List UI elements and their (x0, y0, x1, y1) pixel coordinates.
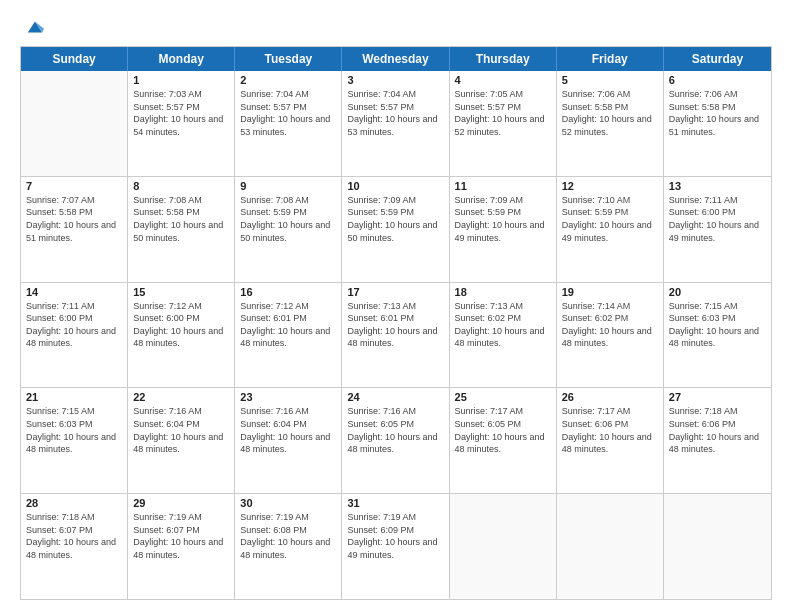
day-info: Sunrise: 7:17 AMSunset: 6:06 PMDaylight:… (562, 405, 658, 455)
page: SundayMondayTuesdayWednesdayThursdayFrid… (0, 0, 792, 612)
weekday-header: Thursday (450, 47, 557, 71)
calendar-cell (557, 494, 664, 599)
day-number: 7 (26, 180, 122, 192)
day-info: Sunrise: 7:11 AMSunset: 6:00 PMDaylight:… (26, 300, 122, 350)
calendar-week: 1Sunrise: 7:03 AMSunset: 5:57 PMDaylight… (21, 71, 771, 177)
calendar-cell: 9Sunrise: 7:08 AMSunset: 5:59 PMDaylight… (235, 177, 342, 282)
calendar-cell: 25Sunrise: 7:17 AMSunset: 6:05 PMDayligh… (450, 388, 557, 493)
calendar-cell: 31Sunrise: 7:19 AMSunset: 6:09 PMDayligh… (342, 494, 449, 599)
calendar-week: 14Sunrise: 7:11 AMSunset: 6:00 PMDayligh… (21, 283, 771, 389)
day-info: Sunrise: 7:11 AMSunset: 6:00 PMDaylight:… (669, 194, 766, 244)
weekday-header: Tuesday (235, 47, 342, 71)
day-info: Sunrise: 7:03 AMSunset: 5:57 PMDaylight:… (133, 88, 229, 138)
day-number: 28 (26, 497, 122, 509)
calendar-week: 28Sunrise: 7:18 AMSunset: 6:07 PMDayligh… (21, 494, 771, 599)
calendar-cell (21, 71, 128, 176)
day-info: Sunrise: 7:19 AMSunset: 6:08 PMDaylight:… (240, 511, 336, 561)
calendar-cell: 22Sunrise: 7:16 AMSunset: 6:04 PMDayligh… (128, 388, 235, 493)
day-info: Sunrise: 7:15 AMSunset: 6:03 PMDaylight:… (669, 300, 766, 350)
calendar-cell: 21Sunrise: 7:15 AMSunset: 6:03 PMDayligh… (21, 388, 128, 493)
day-info: Sunrise: 7:14 AMSunset: 6:02 PMDaylight:… (562, 300, 658, 350)
day-info: Sunrise: 7:07 AMSunset: 5:58 PMDaylight:… (26, 194, 122, 244)
day-number: 26 (562, 391, 658, 403)
calendar-cell: 24Sunrise: 7:16 AMSunset: 6:05 PMDayligh… (342, 388, 449, 493)
day-number: 1 (133, 74, 229, 86)
day-number: 4 (455, 74, 551, 86)
day-info: Sunrise: 7:08 AMSunset: 5:59 PMDaylight:… (240, 194, 336, 244)
calendar-cell: 17Sunrise: 7:13 AMSunset: 6:01 PMDayligh… (342, 283, 449, 388)
day-info: Sunrise: 7:15 AMSunset: 6:03 PMDaylight:… (26, 405, 122, 455)
day-info: Sunrise: 7:06 AMSunset: 5:58 PMDaylight:… (562, 88, 658, 138)
calendar-week: 21Sunrise: 7:15 AMSunset: 6:03 PMDayligh… (21, 388, 771, 494)
day-info: Sunrise: 7:13 AMSunset: 6:02 PMDaylight:… (455, 300, 551, 350)
day-info: Sunrise: 7:16 AMSunset: 6:05 PMDaylight:… (347, 405, 443, 455)
logo-icon (26, 18, 44, 36)
day-info: Sunrise: 7:19 AMSunset: 6:09 PMDaylight:… (347, 511, 443, 561)
day-number: 29 (133, 497, 229, 509)
weekday-header: Saturday (664, 47, 771, 71)
day-number: 24 (347, 391, 443, 403)
weekday-header: Friday (557, 47, 664, 71)
logo (20, 18, 44, 36)
day-info: Sunrise: 7:12 AMSunset: 6:01 PMDaylight:… (240, 300, 336, 350)
day-number: 6 (669, 74, 766, 86)
calendar-cell: 15Sunrise: 7:12 AMSunset: 6:00 PMDayligh… (128, 283, 235, 388)
calendar-cell: 12Sunrise: 7:10 AMSunset: 5:59 PMDayligh… (557, 177, 664, 282)
day-number: 9 (240, 180, 336, 192)
calendar-week: 7Sunrise: 7:07 AMSunset: 5:58 PMDaylight… (21, 177, 771, 283)
day-number: 5 (562, 74, 658, 86)
header (20, 18, 772, 36)
calendar-cell: 3Sunrise: 7:04 AMSunset: 5:57 PMDaylight… (342, 71, 449, 176)
logo-text (20, 18, 44, 36)
calendar-cell: 4Sunrise: 7:05 AMSunset: 5:57 PMDaylight… (450, 71, 557, 176)
day-number: 23 (240, 391, 336, 403)
calendar-cell: 23Sunrise: 7:16 AMSunset: 6:04 PMDayligh… (235, 388, 342, 493)
calendar-header-row: SundayMondayTuesdayWednesdayThursdayFrid… (21, 47, 771, 71)
calendar-cell: 30Sunrise: 7:19 AMSunset: 6:08 PMDayligh… (235, 494, 342, 599)
day-info: Sunrise: 7:09 AMSunset: 5:59 PMDaylight:… (455, 194, 551, 244)
calendar-cell: 8Sunrise: 7:08 AMSunset: 5:58 PMDaylight… (128, 177, 235, 282)
calendar-cell: 29Sunrise: 7:19 AMSunset: 6:07 PMDayligh… (128, 494, 235, 599)
day-number: 8 (133, 180, 229, 192)
day-number: 15 (133, 286, 229, 298)
day-info: Sunrise: 7:12 AMSunset: 6:00 PMDaylight:… (133, 300, 229, 350)
day-number: 11 (455, 180, 551, 192)
day-info: Sunrise: 7:17 AMSunset: 6:05 PMDaylight:… (455, 405, 551, 455)
day-number: 16 (240, 286, 336, 298)
day-info: Sunrise: 7:04 AMSunset: 5:57 PMDaylight:… (347, 88, 443, 138)
weekday-header: Sunday (21, 47, 128, 71)
day-number: 13 (669, 180, 766, 192)
day-number: 30 (240, 497, 336, 509)
calendar-cell: 16Sunrise: 7:12 AMSunset: 6:01 PMDayligh… (235, 283, 342, 388)
calendar-cell: 18Sunrise: 7:13 AMSunset: 6:02 PMDayligh… (450, 283, 557, 388)
day-number: 3 (347, 74, 443, 86)
calendar-cell: 14Sunrise: 7:11 AMSunset: 6:00 PMDayligh… (21, 283, 128, 388)
day-number: 21 (26, 391, 122, 403)
calendar-cell: 11Sunrise: 7:09 AMSunset: 5:59 PMDayligh… (450, 177, 557, 282)
day-info: Sunrise: 7:18 AMSunset: 6:06 PMDaylight:… (669, 405, 766, 455)
calendar-cell: 1Sunrise: 7:03 AMSunset: 5:57 PMDaylight… (128, 71, 235, 176)
calendar-cell: 27Sunrise: 7:18 AMSunset: 6:06 PMDayligh… (664, 388, 771, 493)
day-number: 12 (562, 180, 658, 192)
day-number: 17 (347, 286, 443, 298)
calendar-cell: 28Sunrise: 7:18 AMSunset: 6:07 PMDayligh… (21, 494, 128, 599)
calendar: SundayMondayTuesdayWednesdayThursdayFrid… (20, 46, 772, 600)
calendar-cell: 13Sunrise: 7:11 AMSunset: 6:00 PMDayligh… (664, 177, 771, 282)
day-number: 25 (455, 391, 551, 403)
calendar-cell: 20Sunrise: 7:15 AMSunset: 6:03 PMDayligh… (664, 283, 771, 388)
day-info: Sunrise: 7:13 AMSunset: 6:01 PMDaylight:… (347, 300, 443, 350)
calendar-cell (450, 494, 557, 599)
day-info: Sunrise: 7:16 AMSunset: 6:04 PMDaylight:… (240, 405, 336, 455)
calendar-cell: 2Sunrise: 7:04 AMSunset: 5:57 PMDaylight… (235, 71, 342, 176)
calendar-body: 1Sunrise: 7:03 AMSunset: 5:57 PMDaylight… (21, 71, 771, 599)
weekday-header: Monday (128, 47, 235, 71)
day-number: 27 (669, 391, 766, 403)
day-info: Sunrise: 7:16 AMSunset: 6:04 PMDaylight:… (133, 405, 229, 455)
day-info: Sunrise: 7:08 AMSunset: 5:58 PMDaylight:… (133, 194, 229, 244)
day-number: 31 (347, 497, 443, 509)
calendar-cell (664, 494, 771, 599)
day-info: Sunrise: 7:18 AMSunset: 6:07 PMDaylight:… (26, 511, 122, 561)
day-info: Sunrise: 7:10 AMSunset: 5:59 PMDaylight:… (562, 194, 658, 244)
day-number: 14 (26, 286, 122, 298)
day-number: 22 (133, 391, 229, 403)
